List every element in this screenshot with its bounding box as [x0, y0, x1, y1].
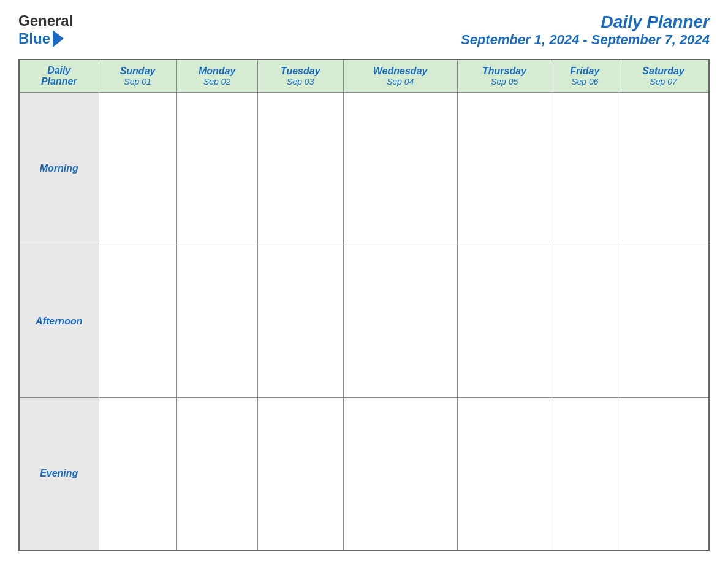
title-sub: September 1, 2024 - September 7, 2024: [461, 32, 710, 48]
wednesday-date: Sep 04: [346, 77, 455, 86]
afternoon-sunday-cell[interactable]: [99, 245, 176, 397]
logo-arrow-icon: [53, 30, 64, 47]
sunday-date: Sep 01: [102, 77, 174, 86]
saturday-name: Saturday: [621, 66, 706, 77]
logo-line2-text: Blue: [18, 30, 50, 48]
afternoon-tuesday-cell[interactable]: [257, 245, 343, 397]
evening-tuesday-cell[interactable]: [257, 397, 343, 550]
morning-tuesday-cell[interactable]: [257, 93, 343, 245]
evening-sunday-cell[interactable]: [99, 397, 176, 550]
sunday-name: Sunday: [102, 66, 174, 77]
morning-saturday-cell[interactable]: [618, 93, 709, 245]
evening-wednesday-cell[interactable]: [343, 397, 457, 550]
afternoon-wednesday-cell[interactable]: [343, 245, 457, 397]
friday-date: Sep 06: [555, 77, 615, 86]
logo-text-block: General Blue: [18, 12, 73, 48]
planner-table: Daily Planner Sunday Sep 01 Monday Sep 0…: [18, 59, 710, 551]
title-block: Daily Planner September 1, 2024 - Septem…: [461, 12, 710, 48]
afternoon-friday-cell[interactable]: [552, 245, 618, 397]
col-header-wednesday: Wednesday Sep 04: [343, 59, 457, 93]
monday-name: Monday: [180, 66, 255, 77]
col-header-sunday: Sunday Sep 01: [99, 59, 176, 93]
morning-thursday-cell[interactable]: [457, 93, 552, 245]
monday-date: Sep 02: [180, 77, 255, 86]
evening-label: Evening: [19, 397, 99, 550]
evening-thursday-cell[interactable]: [457, 397, 552, 550]
tuesday-date: Sep 03: [260, 77, 341, 86]
corner-header: Daily Planner: [19, 59, 99, 93]
afternoon-monday-cell[interactable]: [176, 245, 257, 397]
col-header-friday: Friday Sep 06: [552, 59, 618, 93]
logo-line1: General: [18, 12, 73, 30]
title-main: Daily Planner: [461, 12, 710, 32]
morning-wednesday-cell[interactable]: [343, 93, 457, 245]
evening-friday-cell[interactable]: [552, 397, 618, 550]
afternoon-label: Afternoon: [19, 245, 99, 397]
thursday-date: Sep 05: [460, 77, 549, 86]
col-header-thursday: Thursday Sep 05: [457, 59, 552, 93]
corner-label-line2: Planner: [41, 76, 77, 86]
friday-name: Friday: [555, 66, 615, 77]
morning-row: Morning: [19, 93, 709, 245]
tuesday-name: Tuesday: [260, 66, 341, 77]
col-header-tuesday: Tuesday Sep 03: [257, 59, 343, 93]
logo: General Blue: [18, 12, 73, 48]
col-header-monday: Monday Sep 02: [176, 59, 257, 93]
col-header-saturday: Saturday Sep 07: [618, 59, 709, 93]
wednesday-name: Wednesday: [346, 66, 455, 77]
saturday-date: Sep 07: [621, 77, 706, 86]
page: General Blue Daily Planner September 1, …: [0, 0, 728, 563]
corner-label-line1: Daily: [47, 65, 70, 75]
morning-friday-cell[interactable]: [552, 93, 618, 245]
morning-label: Morning: [19, 93, 99, 245]
afternoon-row: Afternoon: [19, 245, 709, 397]
header: General Blue Daily Planner September 1, …: [18, 12, 710, 48]
morning-sunday-cell[interactable]: [99, 93, 176, 245]
header-row: Daily Planner Sunday Sep 01 Monday Sep 0…: [19, 59, 709, 93]
evening-monday-cell[interactable]: [176, 397, 257, 550]
evening-saturday-cell[interactable]: [618, 397, 709, 550]
morning-monday-cell[interactable]: [176, 93, 257, 245]
evening-row: Evening: [19, 397, 709, 550]
thursday-name: Thursday: [460, 66, 549, 77]
afternoon-saturday-cell[interactable]: [618, 245, 709, 397]
logo-line2-row: Blue: [18, 30, 73, 48]
afternoon-thursday-cell[interactable]: [457, 245, 552, 397]
